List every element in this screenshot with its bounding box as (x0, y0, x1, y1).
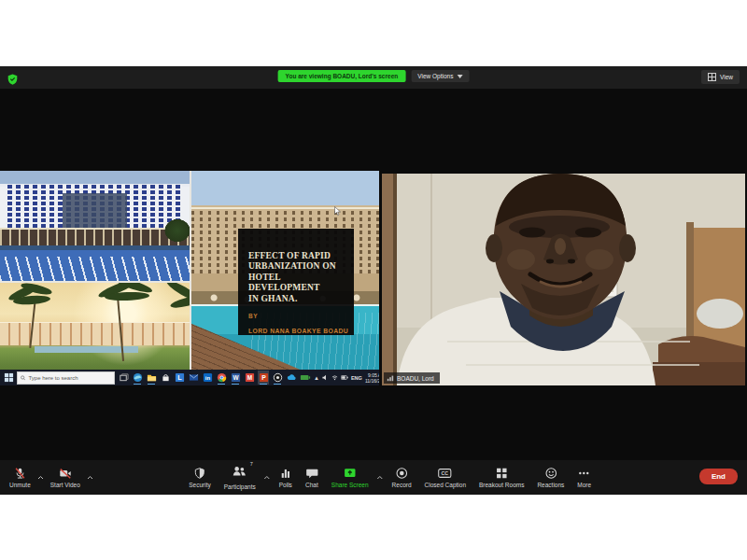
system-tray: ▲ ENG 9:05 AM 11/16/2020 (314, 372, 379, 384)
task-view-icon[interactable] (118, 371, 129, 385)
search-input[interactable] (28, 375, 111, 381)
zoom-meeting-window: You are viewing BOADU, Lord's screen Vie… (0, 66, 747, 495)
edge-icon[interactable] (132, 371, 143, 385)
closed-caption-icon: CC (438, 467, 453, 480)
participant-video-scene (382, 174, 745, 385)
view-options-label: View Options (417, 73, 453, 79)
audio-status-icon (387, 374, 394, 382)
start-video-button[interactable]: Start Video (45, 464, 86, 491)
tray-battery-icon[interactable] (341, 374, 348, 381)
powerpoint-icon[interactable]: P (258, 371, 269, 385)
battery-indicator-icon[interactable] (300, 371, 311, 385)
linkedin-icon[interactable]: in (202, 371, 213, 385)
more-button[interactable]: More (571, 464, 597, 491)
mail-icon[interactable] (188, 371, 199, 385)
unmute-button[interactable]: Unmute (4, 464, 36, 491)
search-icon (21, 375, 25, 381)
tray-chevron-icon[interactable]: ▲ (314, 375, 319, 381)
svg-text:M: M (247, 374, 251, 381)
share-options-chevron[interactable] (376, 469, 385, 487)
chat-button[interactable]: Chat (300, 464, 324, 491)
security-button[interactable]: Security (183, 464, 216, 491)
svg-text:CC: CC (442, 470, 449, 476)
mouse-cursor (334, 203, 341, 219)
view-options-button[interactable]: View Options (411, 70, 469, 82)
taskbar-search[interactable] (17, 371, 115, 385)
taskbar-clock[interactable]: 9:05 AM 11/16/2020 (365, 372, 379, 384)
polls-icon (279, 467, 291, 480)
end-meeting-button[interactable]: End (699, 469, 738, 484)
chevron-down-icon (457, 75, 462, 78)
view-grid-icon (708, 73, 716, 81)
camera-muted-icon (58, 467, 73, 480)
participant-video-tile: BOADU, Lord (382, 174, 745, 385)
start-button-icon[interactable] (3, 371, 14, 385)
audio-options-chevron[interactable] (36, 469, 45, 487)
meeting-toolbar: Unmute Start Video (0, 460, 747, 495)
store-icon[interactable] (160, 371, 171, 385)
chrome-icon[interactable] (216, 371, 227, 385)
wifi-icon[interactable] (331, 374, 338, 381)
settings-app-icon[interactable] (272, 371, 283, 385)
svg-text:in: in (204, 375, 210, 381)
l-app-icon[interactable]: L (174, 371, 185, 385)
gmail-icon[interactable]: M (244, 371, 255, 385)
reactions-icon (544, 467, 557, 480)
record-button[interactable]: Record (387, 464, 417, 491)
video-options-chevron[interactable] (86, 469, 94, 487)
file-explorer-icon[interactable] (146, 371, 157, 385)
onedrive-icon[interactable] (286, 371, 297, 385)
svg-text:P: P (261, 374, 266, 381)
shield-icon (194, 467, 206, 480)
slide-byline: BY (248, 313, 344, 319)
slide-author: LORD NANA BOAKYE BOADU (248, 328, 344, 334)
record-icon (395, 467, 408, 480)
encryption-shield-icon[interactable] (7, 72, 18, 89)
language-indicator[interactable]: ENG (351, 375, 362, 381)
slide-title-box: EFFECT OF RAPID URBANIZATION ON HOTEL DE… (238, 229, 354, 335)
windows-taskbar: L in W M P (0, 370, 379, 385)
shared-screen-tile: EFFECT OF RAPID URBANIZATION ON HOTEL DE… (0, 171, 379, 385)
svg-text:W: W (233, 374, 239, 381)
polls-button[interactable]: Polls (274, 464, 298, 491)
word-icon[interactable]: W (230, 371, 241, 385)
participants-button[interactable]: 7 Participants (218, 462, 261, 493)
breakout-rooms-button[interactable]: Breakout Rooms (473, 464, 529, 491)
meeting-topbar: You are viewing BOADU, Lord's screen Vie… (0, 66, 747, 89)
participants-icon (233, 465, 247, 478)
breakout-rooms-icon (495, 467, 508, 480)
view-button-label: View (720, 74, 733, 80)
mic-muted-icon (13, 467, 27, 480)
closed-caption-button[interactable]: CC Closed Caption (419, 464, 472, 491)
chat-icon (305, 467, 318, 480)
share-screen-button[interactable]: Share Screen (326, 464, 374, 491)
presentation-slide: EFFECT OF RAPID URBANIZATION ON HOTEL DE… (0, 171, 379, 385)
clock-time: 9:05 AM (365, 372, 379, 378)
more-icon (578, 467, 591, 480)
slide-title: EFFECT OF RAPID URBANIZATION ON HOTEL DE… (248, 251, 344, 304)
reactions-button[interactable]: Reactions (531, 464, 570, 491)
door-frame-left (382, 174, 395, 385)
participant-name-label: BOADU, Lord (384, 372, 440, 384)
view-button[interactable]: View (701, 70, 740, 84)
clock-date: 11/16/2020 (365, 378, 379, 384)
participants-count-badge: 7 (250, 461, 253, 467)
viewing-screen-badge: You are viewing BOADU, Lord's screen (278, 70, 406, 82)
volume-icon[interactable] (322, 374, 329, 381)
svg-text:L: L (177, 373, 182, 382)
share-screen-icon (343, 467, 357, 480)
participants-options-chevron[interactable] (263, 469, 272, 487)
meeting-stage: EFFECT OF RAPID URBANIZATION ON HOTEL DE… (0, 89, 747, 460)
hotel-photo-tower-pool (0, 171, 190, 281)
